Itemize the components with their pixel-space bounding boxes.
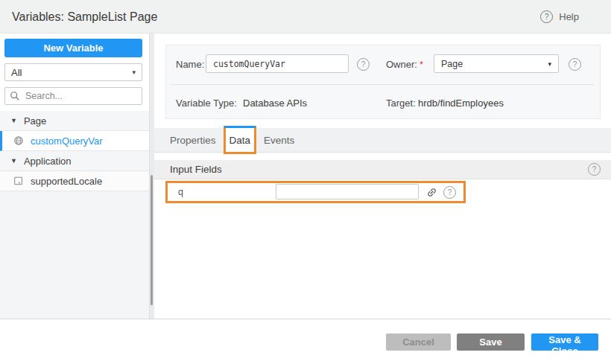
- cancel-button[interactable]: Cancel: [386, 333, 451, 351]
- tab-properties[interactable]: Properties: [166, 128, 220, 152]
- owner-select[interactable]: Page ▾: [434, 54, 559, 73]
- variable-type-label: Variable Type:: [176, 98, 237, 109]
- new-variable-button[interactable]: New Variable: [4, 39, 142, 57]
- tree-group-application[interactable]: ▼ Application: [0, 151, 149, 171]
- owner-help-icon[interactable]: ?: [569, 58, 581, 71]
- tree-group-page[interactable]: ▼ Page: [0, 111, 149, 131]
- page-title: Variables: SampleList Page: [12, 0, 157, 33]
- model-variable-icon: x: [13, 176, 24, 186]
- tab-events[interactable]: Events: [260, 128, 298, 152]
- variable-filter-select[interactable]: All ▾: [4, 63, 142, 81]
- chain-link-icon: [423, 184, 439, 199]
- owner-value: Page: [441, 59, 463, 69]
- tab-data[interactable]: Data: [226, 128, 255, 152]
- name-label-text: Name:: [176, 59, 204, 70]
- service-variable-icon: [13, 135, 24, 146]
- required-asterisk: *: [417, 59, 423, 70]
- card-separator: [171, 84, 594, 85]
- tree-item-customqueryvar[interactable]: customQueryVar: [0, 131, 149, 151]
- save-and-close-button[interactable]: Save & Close: [531, 333, 598, 351]
- chevron-down-icon: ▾: [548, 60, 551, 68]
- svg-text:x: x: [18, 180, 20, 185]
- filter-value: All: [11, 67, 22, 78]
- sidebar-divider: [149, 33, 154, 319]
- caret-down-icon: ▼: [10, 117, 17, 124]
- dialog-header: Variables: SampleList Page ? Help: [0, 0, 611, 33]
- name-input[interactable]: [206, 54, 349, 73]
- target-label: Target:: [386, 98, 416, 109]
- owner-label: Owner:*: [386, 59, 423, 70]
- name-help-icon[interactable]: ?: [357, 58, 370, 71]
- caret-down-icon: ▼: [10, 157, 17, 165]
- variable-search: [4, 87, 142, 105]
- variable-type-value: Database APIs: [243, 98, 307, 109]
- variable-detail-panel: Name:* ? Owner:* Page ▾ ? Variable Type:…: [154, 33, 611, 319]
- variables-sidebar: New Variable All ▾ ▼ Page customQueryVar: [0, 33, 149, 319]
- variable-tree: ▼ Page customQueryVar ▼ Application x su…: [0, 111, 149, 319]
- input-field-row: q ?: [154, 179, 611, 204]
- help-icon: ?: [540, 10, 553, 23]
- search-icon: [10, 91, 20, 101]
- variable-summary-card: Name:* ? Owner:* Page ▾ ? Variable Type:…: [165, 45, 601, 119]
- search-input[interactable]: [24, 90, 137, 102]
- input-fields-help-icon[interactable]: ?: [588, 163, 601, 176]
- target-value: hrdb/findEmployees: [418, 98, 504, 109]
- input-fields-header: Input Fields ?: [154, 160, 611, 179]
- param-value-input[interactable]: [276, 184, 419, 199]
- param-help-icon[interactable]: ?: [443, 186, 456, 199]
- tree-group-label: Application: [24, 156, 72, 167]
- dialog-footer: Cancel Save Save & Close: [0, 319, 611, 364]
- chevron-down-icon: ▾: [132, 68, 136, 76]
- owner-label-text: Owner:: [386, 59, 417, 70]
- sidebar-scrollbar[interactable]: [151, 175, 153, 305]
- tree-group-label: Page: [24, 115, 46, 127]
- tree-item-label: customQueryVar: [31, 135, 103, 147]
- detail-tabbar: Properties Data Events: [154, 128, 611, 153]
- help-label: Help: [559, 11, 579, 22]
- save-button[interactable]: Save: [457, 333, 525, 351]
- help-button[interactable]: ? Help: [540, 0, 579, 33]
- input-fields-title: Input Fields: [170, 164, 222, 175]
- tree-item-label: supportedLocale: [31, 176, 102, 187]
- param-name: q: [178, 187, 183, 197]
- annotation-highlight-box: q ?: [165, 181, 466, 203]
- tree-item-supportedlocale[interactable]: x supportedLocale: [0, 171, 149, 191]
- bind-property-button[interactable]: [425, 186, 437, 198]
